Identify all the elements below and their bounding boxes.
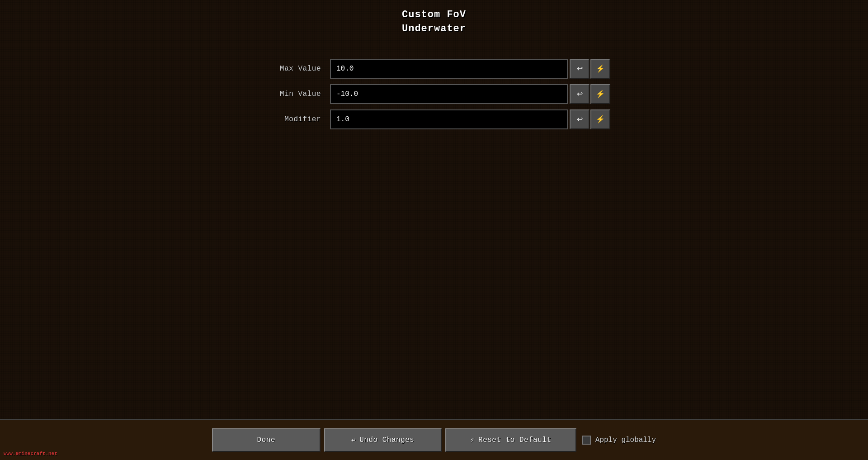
min-value-undo-button[interactable]: ↩ — [570, 84, 590, 104]
apply-globally-label[interactable]: Apply globally — [595, 436, 656, 444]
undo-icon — [351, 436, 356, 445]
reset-icon — [470, 436, 475, 445]
main-content: Max Value ↩ ⚡ Min Value ↩ ⚡ Modifier ↩ ⚡ — [0, 41, 868, 135]
max-value-undo-button[interactable]: ↩ — [570, 59, 590, 79]
min-value-label: Min Value — [258, 90, 330, 98]
undo-changes-button[interactable]: Undo Changes — [324, 428, 442, 452]
modifier-row: Modifier ↩ ⚡ — [258, 109, 610, 129]
modifier-input[interactable] — [330, 109, 568, 129]
min-value-buttons: ↩ ⚡ — [570, 84, 610, 104]
min-value-reset-button[interactable]: ⚡ — [590, 84, 610, 104]
apply-globally-container: Apply globally — [582, 436, 656, 445]
max-value-buttons: ↩ ⚡ — [570, 59, 610, 79]
min-value-input[interactable] — [330, 84, 568, 104]
settings-form: Max Value ↩ ⚡ Min Value ↩ ⚡ Modifier ↩ ⚡ — [258, 59, 610, 135]
apply-globally-checkbox[interactable] — [582, 436, 591, 445]
modifier-reset-button[interactable]: ⚡ — [590, 109, 610, 129]
modifier-undo-button[interactable]: ↩ — [570, 109, 590, 129]
title-line1: Custom FoV — [0, 8, 868, 22]
reset-to-default-button[interactable]: Reset to Default — [445, 428, 576, 452]
min-value-row: Min Value ↩ ⚡ — [258, 84, 610, 104]
title-line2: Underwater — [0, 22, 868, 36]
max-value-reset-button[interactable]: ⚡ — [590, 59, 610, 79]
header: Custom FoV Underwater — [0, 0, 868, 41]
reset-to-default-label: Reset to Default — [478, 436, 552, 444]
watermark: www.9minecraft.net — [4, 451, 57, 456]
undo-changes-label: Undo Changes — [359, 436, 414, 444]
max-value-label: Max Value — [258, 65, 330, 73]
modifier-buttons: ↩ ⚡ — [570, 109, 610, 129]
bottom-bar: Done Undo Changes Reset to Default Apply… — [0, 419, 868, 460]
max-value-input[interactable] — [330, 59, 568, 79]
modifier-label: Modifier — [258, 115, 330, 123]
max-value-row: Max Value ↩ ⚡ — [258, 59, 610, 79]
done-button[interactable]: Done — [212, 428, 321, 452]
